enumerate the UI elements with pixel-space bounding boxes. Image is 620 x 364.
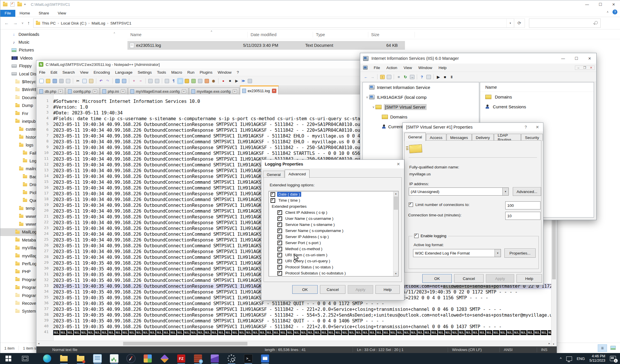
iis-tree-item[interactable]: Domains [363,112,479,122]
ok-button[interactable]: OK [292,285,318,294]
cut-icon[interactable]: ✂ [75,78,81,84]
folder-icon[interactable] [17,3,22,6]
option-checkbox[interactable]: ✓ [277,222,282,227]
logging-option[interactable]: ✓Server Name ( s-computername ) [269,228,398,234]
iis-content-item[interactable]: Domains [480,92,594,102]
function-list-icon[interactable] [184,78,190,84]
pause-icon[interactable]: ‖ [449,74,454,80]
npp-menu-tools[interactable]: Tools [154,70,169,75]
scroll-left-icon[interactable]: ◂ [38,342,39,345]
logging-option[interactable]: ✓Time ( time ) [269,197,398,203]
details-view-button[interactable]: ≣ [598,344,607,352]
option-checkbox[interactable]: ✓ [277,247,282,251]
scroll-down-icon[interactable]: ▾ [553,343,554,346]
zoom-out-icon[interactable]: − [138,78,143,84]
document-map-icon[interactable] [191,78,196,84]
scroll-down-icon[interactable]: ▼ [393,271,398,276]
tab-close-icon[interactable]: ✕ [272,89,276,93]
smtp-tab-ldap-routing[interactable]: LDAP Routing [494,134,521,141]
network-icon[interactable] [566,356,572,361]
npp-menu-run[interactable]: Run [185,70,197,75]
limit-connections-input[interactable]: 100 [505,201,541,209]
command-prompt-icon[interactable]: >_ [240,353,257,364]
settings-gear-icon[interactable] [223,353,240,364]
ide-diamond-icon[interactable] [156,353,173,364]
smtp-tab-security[interactable]: Security [521,134,543,141]
edge-icon[interactable] [39,353,55,364]
notification-center-icon[interactable]: 1 [610,356,616,361]
filezilla-icon[interactable]: FZ [173,353,190,364]
tab-close-icon[interactable]: ✕ [58,89,63,94]
tab-close-icon[interactable]: ✕ [233,89,237,94]
back-icon[interactable]: ← [363,74,369,80]
editor-tab-myVillageEmail.exe.config[interactable]: myVillageEmail.exe.config✕ [128,88,188,95]
column-header-name[interactable]: Name [127,32,248,38]
ribbon-tab-view[interactable]: View [53,10,71,17]
macro-play-icon[interactable]: ▶ [234,78,239,84]
notes-icon[interactable] [89,353,106,364]
paste-icon[interactable] [88,78,94,84]
list-scrollbar[interactable]: ▲ ▼ [393,191,398,276]
logging-option[interactable]: ✓User Name ( cs-username ) [269,216,398,222]
option-checkbox[interactable]: ✓ [277,210,282,215]
npp-menu-window[interactable]: Window [215,70,234,75]
cancel-button[interactable]: Cancel [320,285,345,294]
browser-compass-icon[interactable] [123,353,139,364]
option-checkbox[interactable]: ✓ [271,198,275,203]
maximize-button[interactable]: ☐ [594,0,607,8]
refresh-icon[interactable]: ↻ [403,74,408,80]
name-column-header[interactable]: Name [480,82,594,92]
option-checkbox[interactable]: ✓ [277,229,282,233]
zoom-in-icon[interactable]: + [131,78,137,84]
logging-option[interactable]: Extended properties [269,203,398,209]
export-icon[interactable]: → [409,74,415,80]
close-icon[interactable]: ✕ [393,162,404,166]
extended-options-list[interactable]: ✓Date ( date )✓Time ( time )Extended pro… [269,191,399,276]
properties-check-icon[interactable] [10,2,14,7]
copy-icon[interactable] [82,78,87,84]
logging-tab-general[interactable]: General [263,171,284,178]
apply-button[interactable]: Apply [486,274,514,283]
start-icon[interactable]: ▶ [436,74,441,80]
word-wrap-icon[interactable] [164,78,170,84]
sidebar-item[interactable]: ♪Music [0,38,120,46]
iis-menu-window[interactable]: Window [415,66,435,70]
mdi-minimize-icon[interactable]: – [575,66,582,70]
tree-expander-icon[interactable]: v [371,105,375,109]
help-icon[interactable]: ? [520,125,532,129]
forward-icon[interactable]: → [13,21,18,26]
refresh-icon[interactable]: ⟳ [514,18,525,28]
recent-locations-icon[interactable]: ˅ [22,22,23,25]
logging-tab-advanced[interactable]: Advanced [285,170,310,178]
option-checkbox[interactable]: ✓ [277,265,282,270]
column-header-date-modified[interactable]: Date modified [248,32,313,38]
pane-icon[interactable] [426,74,431,80]
find-icon[interactable] [115,78,120,84]
breadcrumb-segment[interactable]: SMTPSVC1 [110,21,132,25]
file-row[interactable]: ex230511.log5/11/2023 3:40 PMText Docume… [127,41,405,50]
properties-icon[interactable] [386,74,392,80]
tree-expander-icon[interactable]: v [365,96,369,99]
option-checkbox[interactable]: ✓ [271,192,275,197]
iis-menu-help[interactable]: Help [435,66,450,70]
logging-option[interactable]: ✓Method ( cs-method ) [269,246,398,252]
logging-option[interactable]: ✓Date ( date ) [269,191,398,197]
option-checkbox[interactable]: ✓ [277,253,282,257]
logging-option[interactable]: ✓Protocol Status ( sc-status ) [269,264,398,270]
limit-connections-row[interactable]: ✓ Limit number of connections to: [409,203,470,207]
column-header-type[interactable]: Type [313,32,368,38]
spreadsheet-icon[interactable] [106,353,123,364]
limit-connections-checkbox[interactable]: ✓ [409,203,413,207]
log-format-select[interactable]: W3C Extended Log File Format▼ [413,249,501,257]
close-icon[interactable]: ✕ [532,125,543,129]
horizontal-scrollbar[interactable]: ◂ ▸ [36,341,551,347]
logging-option[interactable]: ✓URI Query ( cs-uri-query ) [269,258,398,264]
up-icon[interactable]: ↑ [27,21,30,26]
iis-menu-file[interactable]: File [371,66,383,70]
advanced-button[interactable]: Advanced... [513,187,541,196]
hscroll-thumb[interactable] [123,342,247,346]
address-field[interactable]: This PC›Local Disk (C:)›MailLog›SMTPSVC1… [33,18,514,28]
minimize-button[interactable]: — [580,0,594,8]
logging-option[interactable]: ✓Client IP Address ( c-ip ) [269,209,398,216]
address-dropdown-icon[interactable]: ▾ [506,19,514,27]
